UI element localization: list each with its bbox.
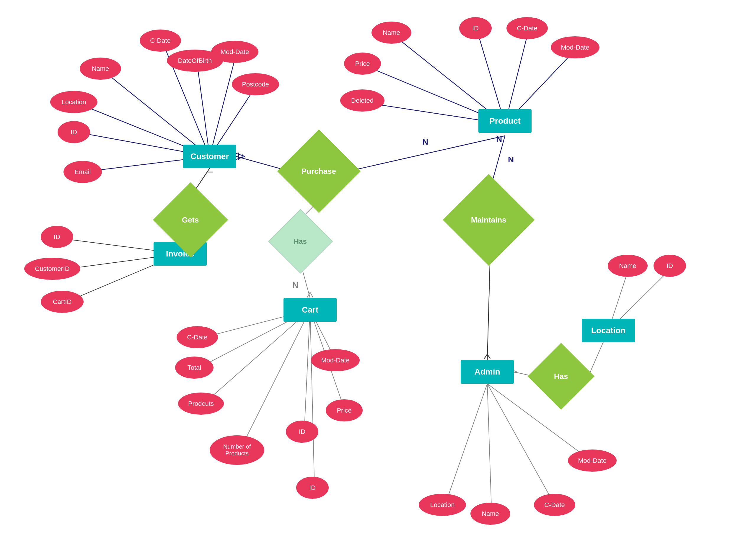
attr-cust-name: Name (80, 58, 121, 80)
entity-cart: Cart (283, 298, 337, 322)
attr-prod-name: Name (372, 22, 411, 44)
svg-line-65 (487, 384, 556, 507)
attr-cart-numproducts: Number of Products (210, 435, 264, 465)
svg-line-27 (310, 292, 313, 297)
attr-admin-moddate: Mod-Date (568, 449, 617, 472)
attr-inv-cartid: CartID (41, 291, 84, 313)
attr-cart-products: Prodcuts (178, 392, 224, 415)
attr-cust-cdate: C-Date (140, 30, 181, 52)
attr-admin-cdate: C-Date (534, 494, 575, 516)
svg-line-51 (484, 354, 487, 358)
attr-cust-postcode: Postcode (232, 73, 279, 95)
attr-cust-location: Location (50, 91, 97, 113)
svg-line-5 (197, 63, 210, 157)
attr-cart-id: ID (286, 420, 318, 443)
attr-cust-moddate: Mod-Date (211, 41, 258, 63)
entity-admin: Admin (461, 360, 514, 384)
attr-cart-price: Price (326, 399, 363, 421)
svg-text:N: N (508, 155, 514, 164)
svg-text:N: N (422, 137, 428, 146)
svg-line-46 (310, 310, 315, 489)
attr-cart-sub-id: ID (296, 477, 329, 499)
attr-prod-moddate: Mod-Date (551, 36, 599, 58)
attr-cart-cdate: C-Date (177, 326, 218, 348)
attr-prod-cdate: C-Date (506, 17, 548, 39)
svg-line-0 (100, 69, 210, 157)
svg-line-63 (444, 384, 487, 507)
attr-cart-total: Total (175, 356, 214, 379)
attr-loc-id: ID (654, 255, 686, 277)
svg-line-66 (487, 384, 594, 462)
attr-prod-price: Price (344, 53, 381, 75)
attr-loc-name: Name (608, 255, 648, 277)
attr-cust-email: Email (63, 161, 102, 183)
attr-cart-moddate: Mod-Date (311, 349, 360, 371)
svg-line-43 (304, 310, 310, 433)
svg-text:N: N (496, 134, 502, 144)
attr-admin-location: Location (419, 494, 466, 516)
svg-text:N: N (292, 280, 298, 289)
svg-line-64 (487, 384, 492, 516)
attr-prod-deleted: Deleted (340, 89, 384, 112)
entity-customer: Customer (183, 145, 236, 168)
entity-location: Location (582, 319, 635, 342)
attr-inv-id: ID (41, 226, 73, 248)
attr-prod-id: ID (459, 17, 492, 39)
attr-admin-name: Name (470, 503, 510, 525)
svg-line-49 (487, 254, 490, 360)
svg-line-6 (210, 54, 236, 157)
entity-product: Product (478, 109, 532, 133)
svg-line-15 (236, 154, 245, 157)
attr-inv-custid: CustomerID (24, 258, 80, 280)
attr-cust-id: ID (58, 121, 90, 143)
